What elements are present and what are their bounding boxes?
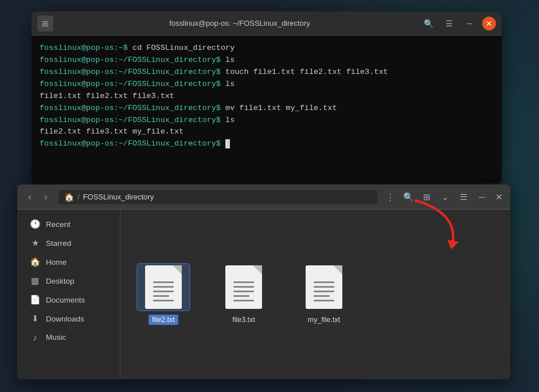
- sidebar-item-home[interactable]: 🏠 Home: [21, 253, 116, 271]
- music-icon: ♪: [30, 332, 40, 342]
- file3-lines: [233, 281, 254, 301]
- downloads-icon: ⬇: [30, 313, 40, 324]
- fm-home-icon: 🏠: [64, 193, 74, 202]
- sidebar-item-downloads-label: Downloads: [46, 315, 84, 323]
- terminal-menu-button[interactable]: ☰: [441, 15, 457, 32]
- sidebar-item-recent-label: Recent: [46, 220, 71, 229]
- terminal-window: ⊞ fosslinux@pop-os: ~/FOSSLinux_director…: [32, 11, 502, 183]
- file-item-file2[interactable]: file2.txt: [138, 264, 189, 325]
- fm-breadcrumb-sep-1: /: [77, 193, 80, 201]
- sidebar-item-music-label: Music: [46, 333, 66, 342]
- terminal-prompt-active: fosslinux@pop-os:~/FOSSLinux_directory$: [40, 138, 494, 150]
- sidebar-item-desktop[interactable]: ▦ Desktop: [21, 272, 116, 290]
- terminal-search-button[interactable]: 🔍: [420, 15, 436, 32]
- file2-lines: [153, 281, 174, 301]
- fm-forward-button[interactable]: ›: [38, 189, 54, 205]
- fm-content: 🕐 Recent ★ Starred 🏠 Home ▦ Desktop 📄 Do…: [17, 210, 510, 379]
- fm-toolbar-right: ⋮ 🔍 ⊞ ⌄ ☰ ─ ✕: [382, 189, 506, 205]
- sidebar-item-recent[interactable]: 🕐 Recent: [21, 215, 116, 233]
- file3-icon-wrap: [218, 264, 270, 310]
- sidebar-item-music[interactable]: ♪ Music: [21, 328, 116, 346]
- terminal-line-5: fosslinux@pop-os:~/FOSSLinux_directory$ …: [40, 103, 494, 115]
- myfile-label: my_file.txt: [304, 315, 343, 325]
- terminal-close-button[interactable]: ✕: [482, 17, 496, 30]
- sidebar-item-starred[interactable]: ★ Starred: [21, 234, 116, 252]
- file-item-file3[interactable]: file3.txt: [218, 264, 270, 325]
- myfile-icon-wrap: [298, 264, 350, 310]
- file3-icon: [225, 265, 262, 309]
- fm-breadcrumb-folder: FOSSLinux_directory: [83, 193, 154, 201]
- terminal-title: fosslinux@pop-os: ~/FOSSLinux_directory: [59, 19, 420, 28]
- terminal-controls: 🔍 ☰ ─ ✕: [420, 15, 496, 32]
- file3-label: file3.txt: [229, 315, 259, 325]
- terminal-minimize-button[interactable]: ─: [462, 15, 478, 32]
- desktop-icon: ▦: [30, 276, 40, 286]
- fm-titlebar: ‹ › 🏠 / FOSSLinux_directory ⋮ 🔍 ⊞ ⌄ ☰ ─ …: [17, 185, 510, 210]
- terminal-titlebar: ⊞ fosslinux@pop-os: ~/FOSSLinux_director…: [32, 11, 502, 36]
- file-item-myfile[interactable]: my_file.txt: [298, 264, 350, 325]
- documents-icon: 📄: [30, 295, 40, 305]
- sidebar-item-starred-label: Starred: [46, 239, 71, 248]
- fm-close-button[interactable]: ✕: [492, 190, 506, 204]
- file2-label: file2.txt: [149, 315, 178, 325]
- fm-view-toggle-button[interactable]: ⊞: [419, 189, 435, 205]
- terminal-app-icon: ⊞: [37, 15, 53, 32]
- sidebar-item-downloads[interactable]: ⬇ Downloads: [21, 309, 116, 328]
- terminal-output-1: file1.txt file2.txt file3.txt: [40, 91, 494, 103]
- fm-breadcrumb: 🏠 / FOSSLinux_directory: [58, 190, 377, 204]
- filemanager-window: ‹ › 🏠 / FOSSLinux_directory ⋮ 🔍 ⊞ ⌄ ☰ ─ …: [17, 185, 510, 379]
- myfile-lines: [314, 281, 334, 301]
- sidebar-item-desktop-label: Desktop: [46, 277, 75, 285]
- sidebar-item-documents[interactable]: 📄 Documents: [21, 291, 116, 309]
- terminal-line-3: fosslinux@pop-os:~/FOSSLinux_directory$ …: [40, 66, 494, 79]
- fm-minimize-button[interactable]: ─: [474, 189, 490, 205]
- fm-sidebar: 🕐 Recent ★ Starred 🏠 Home ▦ Desktop 📄 Do…: [17, 210, 120, 379]
- recent-icon: 🕐: [30, 219, 40, 229]
- fm-search-button[interactable]: 🔍: [400, 189, 416, 205]
- terminal-cursor: [225, 139, 230, 148]
- fm-back-button[interactable]: ‹: [22, 189, 38, 205]
- fm-more-options-button[interactable]: ⋮: [382, 189, 398, 205]
- myfile-icon: [306, 265, 342, 309]
- terminal-line-1: fosslinux@pop-os:~$ cd FOSSLinux_directo…: [40, 42, 494, 54]
- file2-icon-wrap: [138, 264, 189, 310]
- home-icon: 🏠: [30, 257, 40, 267]
- sidebar-item-home-label: Home: [46, 258, 67, 266]
- fm-sort-button[interactable]: ⌄: [437, 189, 453, 205]
- fm-files-area: file2.txt file3.txt: [120, 210, 510, 379]
- file2-icon: [145, 265, 182, 309]
- terminal-line-2: fosslinux@pop-os:~/FOSSLinux_directory$ …: [40, 54, 494, 66]
- sidebar-item-documents-label: Documents: [46, 296, 85, 304]
- terminal-line-6: fosslinux@pop-os:~/FOSSLinux_directory$ …: [40, 115, 494, 127]
- terminal-output-2: file2.txt file3.txt my_file.txt: [40, 126, 494, 138]
- terminal-line-4: fosslinux@pop-os:~/FOSSLinux_directory$ …: [40, 79, 494, 91]
- terminal-body[interactable]: fosslinux@pop-os:~$ cd FOSSLinux_directo…: [32, 36, 502, 183]
- starred-icon: ★: [30, 238, 40, 248]
- fm-menu-button[interactable]: ☰: [455, 189, 471, 205]
